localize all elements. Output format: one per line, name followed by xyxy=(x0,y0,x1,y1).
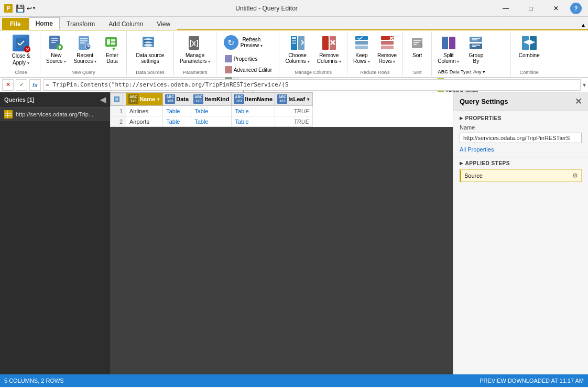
row-number-2: 2 xyxy=(111,116,126,127)
choose-columns-button[interactable]: ChooseColumns ▾ xyxy=(282,33,312,66)
queries-panel: Queries [1] ◀ http://services.odata.org/… xyxy=(0,92,110,374)
formula-fx-button[interactable]: fx xyxy=(29,79,41,91)
dropdown-arrow-icon[interactable]: ▾ xyxy=(33,6,35,10)
svg-rect-14 xyxy=(80,40,88,41)
data-type-button[interactable]: ABC Data Type: Any ▾ xyxy=(435,68,507,76)
split-column-icon xyxy=(440,35,457,51)
refresh-label: RefreshPreview ▾ xyxy=(241,37,263,48)
col-header-data: ABC123 Data xyxy=(163,93,191,106)
manage-parameters-button[interactable]: [x] ManageParameters ▾ xyxy=(177,33,213,66)
qs-close-button[interactable]: ✕ xyxy=(575,96,582,106)
advanced-editor-icon xyxy=(225,66,232,73)
properties-button[interactable]: Properties xyxy=(222,53,275,64)
group-by-button[interactable]: GroupBy xyxy=(465,33,487,66)
help-button[interactable]: ? xyxy=(570,3,582,14)
cell-data-1: Table xyxy=(163,106,191,116)
parameters-label: Parameters xyxy=(177,69,213,75)
qs-name-value[interactable]: http://services.odata.org/TripPinRESTier… xyxy=(460,133,582,143)
close-window-button[interactable]: ✕ xyxy=(544,0,568,17)
ribbon-group-transform: SplitColumn ▾ GroupBy xyxy=(432,31,511,76)
tab-add-column[interactable]: Add Column xyxy=(102,18,150,30)
qs-applied-steps-section: ▶ APPLIED STEPS Source ⚙ xyxy=(453,157,588,185)
manage-params-label: ManageParameters ▾ xyxy=(180,52,210,64)
refresh-icon: ↻ xyxy=(224,35,238,50)
col-header-name: ABC123 Name ▾ xyxy=(126,93,163,106)
col-type-itemkind: ABC123 xyxy=(193,94,203,103)
refresh-preview-button[interactable]: ↻ RefreshPreview ▾ xyxy=(221,33,274,52)
cell-name-2: Airports xyxy=(126,116,163,127)
qs-title: Query Settings xyxy=(460,98,508,105)
ribbon-group-reduce-rows: KeepRows ▾ RemoveRows ▾ Reduce Rows xyxy=(347,31,403,76)
cell-itemkind-2: Table xyxy=(191,116,232,127)
maximize-button[interactable]: □ xyxy=(519,0,543,17)
query-item[interactable]: http://services.odata.org/Trip... xyxy=(0,107,110,121)
split-column-button[interactable]: SplitColumn ▾ xyxy=(435,33,462,66)
data-source-label: Data sourcesettings xyxy=(136,52,164,64)
tab-home[interactable]: Home xyxy=(29,17,60,30)
close-apply-icon: ✕ xyxy=(13,35,29,51)
main-layout: Queries [1] ◀ http://services.odata.org/… xyxy=(0,92,588,374)
row-number-1: 1 xyxy=(111,106,126,116)
step-name-source: Source xyxy=(464,173,483,179)
ribbon-group-close: ✕ Close &Apply ▾ Close xyxy=(2,31,40,76)
qs-properties-label: PROPERTIES xyxy=(465,115,502,121)
data-source-settings-button[interactable]: Data sourcesettings xyxy=(133,33,167,66)
remove-rows-button[interactable]: RemoveRows ▾ xyxy=(375,33,399,66)
ribbon-collapse-icon[interactable]: ▲ xyxy=(581,22,586,29)
tab-view[interactable]: View xyxy=(150,18,177,30)
cell-isleaf-2: TRUE xyxy=(275,116,313,127)
combine-label: Combine xyxy=(519,52,540,58)
formula-input[interactable] xyxy=(43,79,581,91)
all-properties-link[interactable]: All Properties xyxy=(460,146,494,153)
col-name-itemname: ItemName xyxy=(245,96,273,102)
advanced-editor-button[interactable]: Advanced Editor xyxy=(222,64,275,75)
new-source-button[interactable]: NewSource ▾ xyxy=(43,33,69,66)
keep-rows-button[interactable]: KeepRows ▾ xyxy=(351,33,373,66)
ribbon-group-data-sources: Data sourcesettings Data Sources xyxy=(127,31,174,76)
svg-point-27 xyxy=(144,44,153,47)
undo-icon[interactable]: ↩ xyxy=(27,5,32,12)
col-dropdown-isleaf[interactable]: ▾ xyxy=(306,96,310,102)
ribbon-group-combine: Combine Combine xyxy=(511,31,548,76)
tab-file[interactable]: File xyxy=(2,18,29,30)
close-apply-label: Close &Apply ▾ xyxy=(12,52,30,66)
formula-cancel-button[interactable]: ✕ xyxy=(2,79,14,91)
ribbon-tabs: File Home Transform Add Column View ▲ xyxy=(0,17,588,30)
cell-isleaf-1: TRUE xyxy=(275,106,313,116)
tab-transform[interactable]: Transform xyxy=(60,18,102,30)
minimize-button[interactable]: — xyxy=(494,0,518,17)
formula-accept-button[interactable]: ✓ xyxy=(16,79,27,91)
title-bar: P 💾 ↩ ▾ Untitled - Query Editor — □ ✕ ? xyxy=(0,0,588,17)
enter-data-button[interactable]: EnterData xyxy=(101,33,123,66)
svg-rect-19 xyxy=(111,39,115,41)
col-header-itemname: ABC123 ItemName xyxy=(232,93,275,106)
remove-columns-button[interactable]: RemoveColumns ▾ xyxy=(314,33,344,66)
new-source-icon xyxy=(48,35,64,51)
table-wrapper: ABC123 Name ▾ ABC123 Data xyxy=(110,92,453,127)
step-item-source[interactable]: Source ⚙ xyxy=(460,169,582,182)
combine-button[interactable]: Combine xyxy=(516,33,542,60)
step-gear-icon[interactable]: ⚙ xyxy=(572,172,578,179)
qs-triangle-icon: ▶ xyxy=(460,116,463,121)
queries-collapse-button[interactable]: ◀ xyxy=(100,95,106,104)
reduce-rows-label: Reduce Rows xyxy=(351,69,399,75)
select-all-button[interactable] xyxy=(111,93,123,105)
formula-bar: ✕ ✓ fx ▾ xyxy=(0,78,588,92)
cell-itemkind-1: Table xyxy=(191,106,232,116)
sort-ascending-button[interactable]: Sort xyxy=(406,33,428,60)
window-title: Untitled - Query Editor xyxy=(39,5,494,12)
col-dropdown-name[interactable]: ▾ xyxy=(156,96,160,102)
close-apply-button[interactable]: ✕ Close &Apply ▾ xyxy=(5,33,37,68)
choose-columns-icon xyxy=(289,35,306,51)
queries-header: Queries [1] ◀ xyxy=(0,92,110,107)
cell-itemname-2: Table xyxy=(232,116,275,127)
save-icon[interactable]: 💾 xyxy=(16,4,25,13)
app-icon: P xyxy=(4,4,13,13)
recent-sources-label: RecentSources ▾ xyxy=(73,52,96,64)
formula-expand-icon[interactable]: ▾ xyxy=(583,81,586,89)
data-sources-label: Data Sources xyxy=(130,69,170,75)
combine-icon xyxy=(521,35,538,51)
svg-rect-15 xyxy=(80,42,85,44)
recent-sources-button[interactable]: RecentSources ▾ xyxy=(71,33,99,66)
cell-name-1: Airlines xyxy=(126,106,163,116)
